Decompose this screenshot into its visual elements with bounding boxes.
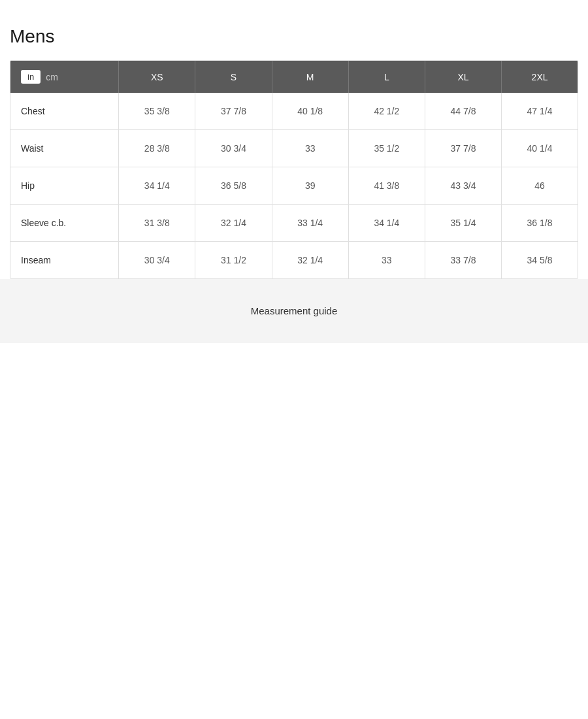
size-value: 30 3/4 bbox=[195, 130, 272, 167]
size-table: in cm XS S M L XL 2XL Chest35 3/837 7/84… bbox=[10, 61, 578, 278]
size-value: 32 1/4 bbox=[272, 242, 348, 279]
size-value: 33 1/4 bbox=[272, 205, 348, 242]
col-header-l: L bbox=[348, 61, 425, 93]
col-header-xl: XL bbox=[425, 61, 501, 93]
size-value: 39 bbox=[272, 167, 348, 205]
measurement-label: Inseam bbox=[10, 242, 119, 279]
size-value: 46 bbox=[502, 167, 578, 205]
table-header-row: in cm XS S M L XL 2XL bbox=[10, 61, 578, 93]
col-header-xs: XS bbox=[119, 61, 195, 93]
bottom-spacer bbox=[0, 343, 588, 670]
size-value: 44 7/8 bbox=[425, 93, 501, 130]
table-row: Waist28 3/830 3/43335 1/237 7/840 1/4 bbox=[10, 130, 578, 167]
size-value: 40 1/8 bbox=[272, 93, 348, 130]
unit-toggle: in cm bbox=[21, 70, 108, 84]
size-value: 34 1/4 bbox=[119, 167, 195, 205]
col-header-2xl: 2XL bbox=[502, 61, 578, 93]
table-row: Sleeve c.b.31 3/832 1/433 1/434 1/435 1/… bbox=[10, 205, 578, 242]
size-value: 35 3/8 bbox=[119, 93, 195, 130]
size-value: 43 3/4 bbox=[425, 167, 501, 205]
col-header-m: M bbox=[272, 61, 348, 93]
size-value: 35 1/2 bbox=[348, 130, 425, 167]
size-value: 37 7/8 bbox=[425, 130, 501, 167]
size-value: 36 1/8 bbox=[502, 205, 578, 242]
size-value: 36 5/8 bbox=[195, 167, 272, 205]
page-container: Mens in cm XS S M L XL 2XL bbox=[0, 0, 588, 279]
measurement-guide-section: Measurement guide bbox=[0, 279, 588, 343]
size-value: 33 bbox=[348, 242, 425, 279]
size-table-wrapper: in cm XS S M L XL 2XL Chest35 3/837 7/84… bbox=[10, 60, 578, 279]
size-value: 30 3/4 bbox=[119, 242, 195, 279]
measurement-label: Hip bbox=[10, 167, 119, 205]
size-value: 33 bbox=[272, 130, 348, 167]
col-header-s: S bbox=[195, 61, 272, 93]
size-value: 33 7/8 bbox=[425, 242, 501, 279]
size-value: 31 3/8 bbox=[119, 205, 195, 242]
size-value: 32 1/4 bbox=[195, 205, 272, 242]
table-body: Chest35 3/837 7/840 1/842 1/244 7/847 1/… bbox=[10, 93, 578, 278]
size-value: 41 3/8 bbox=[348, 167, 425, 205]
size-value: 34 1/4 bbox=[348, 205, 425, 242]
measurement-label: Chest bbox=[10, 93, 119, 130]
page-title: Mens bbox=[10, 26, 578, 47]
table-row: Inseam30 3/431 1/232 1/43333 7/834 5/8 bbox=[10, 242, 578, 279]
size-value: 35 1/4 bbox=[425, 205, 501, 242]
unit-in-badge[interactable]: in bbox=[21, 70, 41, 84]
unit-cm-label[interactable]: cm bbox=[46, 72, 58, 82]
size-value: 34 5/8 bbox=[502, 242, 578, 279]
measurement-label: Sleeve c.b. bbox=[10, 205, 119, 242]
size-value: 28 3/8 bbox=[119, 130, 195, 167]
table-row: Chest35 3/837 7/840 1/842 1/244 7/847 1/… bbox=[10, 93, 578, 130]
size-value: 40 1/4 bbox=[502, 130, 578, 167]
size-value: 37 7/8 bbox=[195, 93, 272, 130]
size-value: 31 1/2 bbox=[195, 242, 272, 279]
measurement-guide-link[interactable]: Measurement guide bbox=[251, 305, 338, 316]
size-value: 47 1/4 bbox=[502, 93, 578, 130]
measurement-label: Waist bbox=[10, 130, 119, 167]
size-value: 42 1/2 bbox=[348, 93, 425, 130]
unit-header-cell: in cm bbox=[10, 61, 119, 93]
table-row: Hip34 1/436 5/83941 3/843 3/446 bbox=[10, 167, 578, 205]
